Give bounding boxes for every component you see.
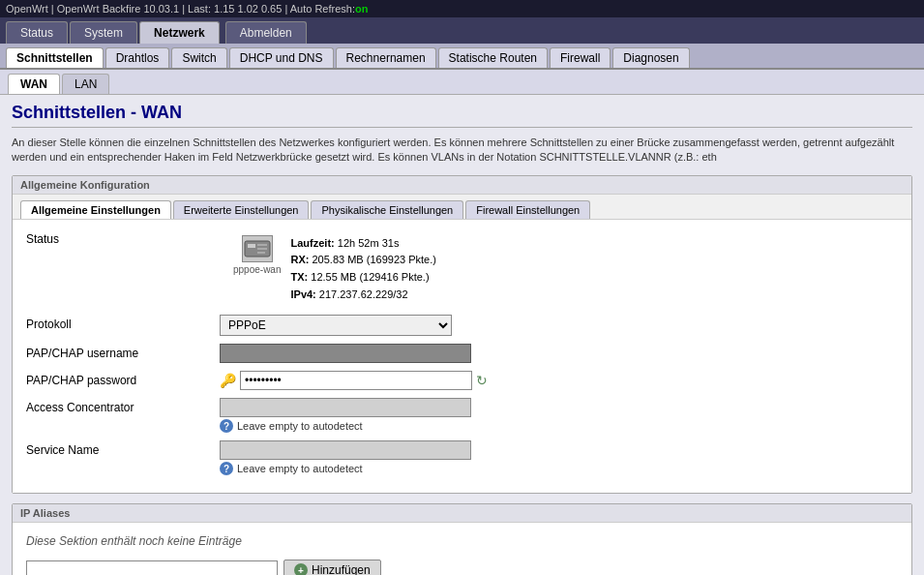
ip-aliases-section: IP Aliases Diese Sektion enthält noch ke…	[12, 503, 912, 575]
protokoll-select-row: PPPoE DHCP Static PPtP	[220, 315, 898, 336]
allgemeine-konfiguration-section: Allgemeine Konfiguration Allgemeine Eins…	[12, 175, 912, 494]
ip-aliases-empty: Diese Sektion enthält noch keine Einträg…	[26, 530, 898, 552]
main-tab-system[interactable]: System	[70, 21, 137, 44]
config-tab-physikalische[interactable]: Physikalische Einstellungen	[311, 200, 463, 219]
svg-rect-1	[248, 244, 255, 248]
tab-wan[interactable]: WAN	[8, 74, 60, 94]
protokoll-control: PPPoE DHCP Static PPtP	[220, 315, 898, 336]
service-name-help-icon: ?	[220, 462, 233, 475]
sub-tab-statische[interactable]: Statische Routen	[438, 47, 548, 68]
ipv4-value: 217.237.62.229/32	[319, 288, 408, 300]
sub-tab-schnittstellen[interactable]: Schnittstellen	[6, 47, 104, 68]
access-concentrator-help-text: Leave empty to autodetect	[237, 420, 363, 432]
svg-rect-2	[257, 244, 267, 246]
add-icon: +	[294, 563, 308, 575]
config-tabs: Allgemeine Einstellungen Erweiterte Eins…	[13, 195, 911, 220]
ip-aliases-legend: IP Aliases	[13, 504, 911, 523]
sub-tab-drahtlos[interactable]: Drahtlos	[105, 47, 170, 68]
main-tab-abmelden[interactable]: Abmelden	[225, 21, 307, 44]
ip-aliases-content: Diese Sektion enthält noch keine Einträg…	[13, 523, 911, 575]
add-row: + Hinzufügen	[26, 560, 898, 575]
access-concentrator-input[interactable]: auto	[220, 398, 471, 417]
pap-password-control: 🔑 ↻	[220, 371, 898, 390]
form-area: Status	[13, 220, 911, 493]
main-tab-netzwerk[interactable]: Netzwerk	[139, 21, 220, 44]
content-area: Schnittstellen Drahtlos Switch DHCP und …	[0, 44, 924, 575]
password-row: 🔑 ↻	[220, 371, 898, 390]
main-tab-status[interactable]: Status	[6, 21, 68, 44]
pap-password-input[interactable]	[240, 371, 472, 390]
pap-password-row: PAP/CHAP password 🔑 ↻	[26, 371, 898, 390]
rx-value: 205.83 MB (169923 Pkte.)	[313, 254, 436, 265]
add-button-label: Hinzufügen	[312, 563, 371, 575]
help-icon: ?	[220, 419, 233, 433]
pap-username-row: PAP/CHAP username	[26, 344, 898, 363]
tab-lan[interactable]: LAN	[62, 74, 109, 94]
service-name-help: ? Leave empty to autodetect	[220, 462, 898, 475]
rx-label: RX:	[290, 254, 309, 265]
status-area: pppoe-wan Laufzeit: 12h 52m 31s RX: 205.…	[220, 229, 898, 307]
tx-value: 12.55 MB (129416 Pkte.)	[311, 271, 429, 283]
svg-rect-3	[257, 248, 267, 250]
sub-tab-firewall[interactable]: Firewall	[550, 47, 611, 68]
sub-navigation: Schnittstellen Drahtlos Switch DHCP und …	[0, 44, 924, 70]
pap-username-input[interactable]	[220, 344, 471, 363]
pppoe-wan-label: pppoe-wan	[233, 264, 281, 275]
service-name-row: Service Name auto ? Leave empty to autod…	[26, 440, 898, 475]
refresh-icon[interactable]: ↻	[476, 373, 488, 388]
laufzeit-value: 12h 52m 31s	[338, 237, 400, 249]
page-title: Schnittstellen - WAN	[12, 103, 912, 128]
status-info: Laufzeit: 12h 52m 31s RX: 205.83 MB (169…	[290, 235, 435, 303]
status-label: Status	[26, 229, 220, 246]
allgemeine-konfiguration-legend: Allgemeine Konfiguration	[13, 176, 911, 195]
status-control: pppoe-wan Laufzeit: 12h 52m 31s RX: 205.…	[220, 229, 898, 307]
protokoll-select[interactable]: PPPoE DHCP Static PPtP	[220, 315, 452, 336]
topbar-autorefresh: on	[355, 3, 368, 15]
config-tab-allgemeine[interactable]: Allgemeine Einstellungen	[20, 200, 171, 219]
pppoe-icon	[242, 235, 273, 262]
page-description: An dieser Stelle können die einzelnen Sc…	[12, 136, 912, 166]
ipv4-label: IPv4:	[290, 288, 315, 300]
service-name-control: auto ? Leave empty to autodetect	[220, 440, 898, 475]
sub-tab-switch[interactable]: Switch	[171, 47, 226, 68]
wanlantabs: WAN LAN	[0, 70, 924, 95]
sub-tab-rechnernamen[interactable]: Rechnernamen	[336, 47, 436, 68]
status-row: Status	[26, 229, 898, 307]
pap-password-label: PAP/CHAP password	[26, 371, 220, 387]
protokoll-row: Protokoll PPPoE DHCP Static PPtP	[26, 315, 898, 336]
config-tab-erweiterte[interactable]: Erweiterte Einstellungen	[173, 200, 310, 219]
access-concentrator-help: ? Leave empty to autodetect	[220, 419, 898, 433]
topbar-text: OpenWrt | OpenWrt Backfire 10.03.1 | Las…	[6, 3, 355, 15]
pap-username-control	[220, 344, 898, 363]
access-concentrator-row: Access Concentrator auto ? Leave empty t…	[26, 398, 898, 433]
service-name-label: Service Name	[26, 440, 220, 457]
tx-label: TX:	[290, 271, 308, 283]
access-concentrator-control: auto ? Leave empty to autodetect	[220, 398, 898, 433]
add-alias-button[interactable]: + Hinzufügen	[283, 560, 381, 575]
protokoll-label: Protokoll	[26, 315, 220, 331]
pap-username-label: PAP/CHAP username	[26, 344, 220, 360]
main-navigation: Status System Netzwerk Abmelden	[0, 17, 924, 44]
config-tab-firewall[interactable]: Firewall Einstellungen	[465, 200, 590, 219]
add-alias-input[interactable]	[26, 560, 278, 575]
topbar: OpenWrt | OpenWrt Backfire 10.03.1 | Las…	[0, 0, 924, 17]
key-icon: 🔑	[220, 373, 236, 388]
pppoe-icon-area: pppoe-wan	[233, 235, 281, 275]
page-body: Schnittstellen - WAN An dieser Stelle kö…	[0, 95, 924, 575]
sub-tab-dhcp[interactable]: DHCP und DNS	[229, 47, 334, 68]
svg-rect-4	[257, 252, 265, 254]
service-name-input[interactable]: auto	[220, 440, 471, 460]
laufzeit-label: Laufzeit:	[290, 237, 334, 249]
access-concentrator-label: Access Concentrator	[26, 398, 220, 414]
service-name-help-text: Leave empty to autodetect	[237, 463, 363, 474]
sub-tab-diagnosen[interactable]: Diagnosen	[612, 47, 689, 68]
